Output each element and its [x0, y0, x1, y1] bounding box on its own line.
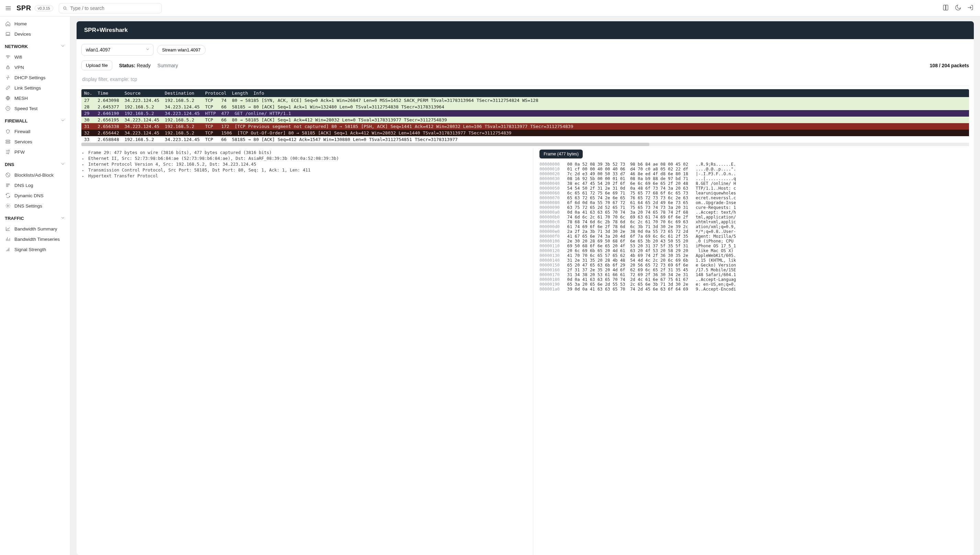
- status-label: Status: Ready: [119, 63, 151, 68]
- hex-line: 00000130 41 70 70 6c 65 57 65 62 4b 69 7…: [539, 253, 967, 258]
- sidebar-section-traffic[interactable]: TRAFFIC: [0, 213, 70, 224]
- frame-bytes-badge: Frame (477 bytes): [539, 149, 583, 159]
- sidebar-item-wifi[interactable]: Wifi: [0, 52, 70, 62]
- page-title: SPR+Wireshark: [77, 21, 974, 39]
- hex-line: 00000100 2e 30 20 28 69 50 68 6f 6e 65 3…: [539, 239, 967, 244]
- moon-icon: [954, 4, 961, 11]
- section-label: DNS: [5, 162, 14, 167]
- search-input[interactable]: [70, 5, 158, 11]
- sidebar-item-speed-test[interactable]: Speed Test: [0, 103, 70, 114]
- tree-item-label: Ethernet II, Src: 52:73:98:b6:84:ae (52:…: [88, 156, 339, 161]
- packet-row[interactable]: 32 2.656442 34.223.124.45 192.168.5.2 TC…: [81, 130, 969, 136]
- sidebar-item-signal-strength[interactable]: Signal Strength: [0, 244, 70, 255]
- triangle-right-icon: [82, 150, 86, 155]
- sidebar-item-link-settings[interactable]: Link Settings: [0, 83, 70, 93]
- status-label-key: Status:: [119, 63, 135, 68]
- svg-rect-7: [6, 142, 10, 143]
- hex-line: 00000060 6c 65 61 72 75 6e 69 71 75 65 7…: [539, 191, 967, 196]
- card-body: wlan1.4097 Stream wlan1.4097 Upload file…: [77, 39, 974, 555]
- search-icon: [63, 5, 68, 11]
- packet-row[interactable]: 33 2.658848 192.168.5.2 34.223.124.45 TC…: [81, 136, 969, 143]
- tree-item[interactable]: Ethernet II, Src: 52:73:98:b6:84:ae (52:…: [82, 156, 531, 161]
- sidebar-section-network[interactable]: NETWORK: [0, 41, 70, 52]
- tree-item-label: Frame 29: 477 bytes on wire (3816 bits),…: [88, 150, 272, 155]
- section-label: TRAFFIC: [5, 216, 24, 221]
- sidebar-item-services-icon: [5, 139, 11, 144]
- tree-item[interactable]: Hypertext Transfer Protocol: [82, 173, 531, 179]
- sidebar-item-dns-log[interactable]: DNS Log: [0, 180, 70, 190]
- tree-item[interactable]: Internet Protocol Version 4, Src: 192.16…: [82, 161, 531, 167]
- sidebar-item-dynamic-dns-icon: [5, 193, 11, 198]
- sidebar-item-services[interactable]: Services: [0, 136, 70, 147]
- chevron-down-icon: [60, 43, 65, 50]
- packet-row[interactable]: 31 2.656338 34.223.124.45 192.168.5.2 TC…: [81, 123, 969, 130]
- sidebar-item-dns-settings[interactable]: DNS Settings: [0, 201, 70, 211]
- sidebar-item-pfw[interactable]: PFW: [0, 147, 70, 157]
- packet-table-header: No. Time Source Destination Protocol Len…: [81, 89, 969, 97]
- sidebar-item-label: Speed Test: [14, 106, 37, 111]
- sidebar-item-label: MESH: [14, 96, 28, 101]
- hex-line: 000000d0 61 74 69 6f 6e 2f 78 6d 6c 3b 7…: [539, 225, 967, 229]
- interface-select[interactable]: wlan1.4097: [81, 44, 153, 56]
- hex-pane[interactable]: Frame (477 bytes) 00000000 00 0a 52 08 3…: [533, 148, 969, 555]
- global-search[interactable]: [59, 3, 162, 13]
- status-value: Ready: [137, 63, 150, 68]
- packet-table[interactable]: No. Time Source Destination Protocol Len…: [81, 89, 969, 143]
- sidebar-item-bandwidth-summary[interactable]: Bandwidth Summary: [0, 224, 70, 234]
- sidebar-item-speed-test-icon: [5, 106, 11, 111]
- sidebar-item-vpn[interactable]: VPN: [0, 62, 70, 72]
- svg-rect-6: [6, 140, 10, 141]
- sidebar-item-bandwidth-timeseries[interactable]: Bandwidth Timeseries: [0, 234, 70, 244]
- hex-line: 000000f0 41 67 65 6e 74 3a 20 4d 6f 7a 6…: [539, 234, 967, 239]
- packet-row[interactable]: 27 2.643098 34.223.124.45 192.168.5.2 TC…: [81, 97, 969, 104]
- sidebar-item-firewall[interactable]: Firewall: [0, 126, 70, 136]
- sidebar: Home Devices NETWORK WifiVPNDHCP Setting…: [0, 16, 71, 555]
- hex-line: 000000b0 74 6d 6c 2c 61 70 70 6c 69 63 6…: [539, 215, 967, 220]
- chevron-down-icon: [60, 162, 65, 167]
- triangle-right-icon: [82, 156, 86, 161]
- chevron-down-icon: [145, 47, 150, 53]
- triangle-right-icon: [82, 162, 86, 167]
- svg-rect-1: [6, 32, 10, 35]
- sidebar-item-firewall-icon: [5, 128, 11, 134]
- packet-row[interactable]: 30 2.656195 34.223.124.45 192.168.5.2 TC…: [81, 117, 969, 123]
- sidebar-item-blocklists-ad-block[interactable]: Blocklists/Ad-Block: [0, 170, 70, 180]
- sidebar-item-dhcp-settings[interactable]: DHCP Settings: [0, 72, 70, 83]
- logout-button[interactable]: [967, 4, 974, 12]
- chevron-down-icon: [60, 118, 65, 124]
- sidebar-item-pfw-icon: [5, 149, 11, 155]
- theme-toggle-button[interactable]: [954, 4, 961, 12]
- tree-item[interactable]: Frame 29: 477 bytes on wire (3816 bits),…: [82, 149, 531, 156]
- sidebar-item-signal-strength-icon: [5, 247, 11, 252]
- display-filter-input[interactable]: [81, 74, 969, 86]
- sidebar-item-dns-log-icon: [5, 183, 11, 188]
- horiz-scrollbar[interactable]: [81, 143, 969, 146]
- menu-toggle-button[interactable]: [3, 3, 13, 13]
- sidebar-item-devices[interactable]: Devices: [0, 29, 70, 39]
- laptop-icon: [5, 31, 11, 37]
- docs-button[interactable]: [942, 4, 949, 12]
- sidebar-section-firewall[interactable]: FIREWALL: [0, 115, 70, 126]
- hex-line: 00000170 31 34 38 20 53 61 66 61 72 69 2…: [539, 273, 967, 277]
- upload-file-button[interactable]: Upload file: [81, 60, 112, 70]
- summary-link[interactable]: Summary: [158, 63, 178, 68]
- sidebar-item-label: Signal Strength: [14, 247, 46, 252]
- sidebar-item-dynamic-dns[interactable]: Dynamic DNS: [0, 190, 70, 201]
- sidebar-item-home[interactable]: Home: [0, 19, 70, 29]
- sidebar-item-bandwidth-timeseries-icon: [5, 236, 11, 242]
- sidebar-item-mesh[interactable]: MESH: [0, 93, 70, 103]
- packet-row[interactable]: 29 2.646190 192.168.5.2 34.223.124.45 HT…: [81, 110, 969, 117]
- sidebar-section-dns[interactable]: DNS: [0, 159, 70, 170]
- hex-line: 00000110 69 50 68 6f 6e 65 20 4f 53 20 3…: [539, 244, 967, 249]
- version-badge: v0.3.15: [35, 5, 53, 11]
- packet-row[interactable]: 28 2.645377 192.168.5.2 34.223.124.45 TC…: [81, 104, 969, 110]
- stream-button[interactable]: Stream wlan1.4097: [157, 45, 206, 55]
- tree-item[interactable]: Transmission Control Protocol, Src Port:…: [82, 167, 531, 173]
- packet-tree-pane[interactable]: Frame 29: 477 bytes on wire (3816 bits),…: [81, 148, 533, 555]
- scrollbar-thumb[interactable]: [81, 143, 649, 146]
- hex-line: 000001a0 39 0d 0a 41 63 63 65 70 74 2d 4…: [539, 287, 967, 292]
- sidebar-item-label: VPN: [14, 65, 24, 70]
- svg-point-8: [9, 150, 10, 151]
- triangle-right-icon: [82, 173, 86, 178]
- tree-item-label: Internet Protocol Version 4, Src: 192.16…: [88, 162, 256, 167]
